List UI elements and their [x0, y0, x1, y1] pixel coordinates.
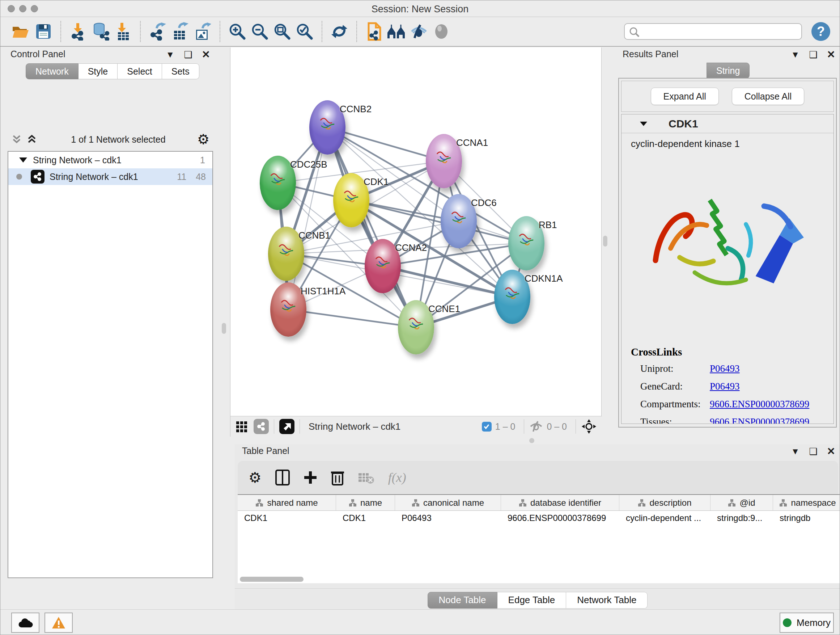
left-splitter-handle[interactable]: [222, 323, 226, 334]
cell-shared-name[interactable]: CDK1: [238, 513, 336, 523]
zoom-in-icon[interactable]: [226, 20, 248, 43]
tab-select[interactable]: Select: [118, 63, 162, 79]
column-header-name[interactable]: name: [336, 495, 395, 510]
column-header-description[interactable]: description: [619, 495, 711, 510]
network-collection-row[interactable]: String Network – cdk1 1: [8, 152, 212, 168]
crosslink-link[interactable]: 9606.ENSP00000378699: [710, 399, 809, 410]
tab-sets[interactable]: Sets: [162, 63, 199, 79]
zoom-selected-icon[interactable]: [294, 20, 316, 43]
open-file-network-icon[interactable]: [363, 20, 385, 43]
table-settings-gear-icon[interactable]: ⚙: [248, 469, 262, 486]
zoom-out-icon[interactable]: [248, 20, 271, 43]
expand-all-icon[interactable]: [27, 134, 36, 144]
float-panel-icon[interactable]: ❑: [184, 50, 192, 59]
add-column-icon[interactable]: [303, 470, 317, 485]
zoom-fit-icon[interactable]: [271, 20, 294, 43]
collapse-panel-icon[interactable]: ▼: [791, 447, 799, 456]
show-columns-icon[interactable]: [275, 470, 290, 486]
tab-edge-table[interactable]: Edge Table: [497, 592, 567, 608]
crosslink-link[interactable]: P06493: [710, 363, 740, 374]
column-header-id[interactable]: @id: [711, 495, 773, 510]
column-header-namespace[interactable]: namespace: [773, 495, 840, 510]
grid-mode-icon[interactable]: [235, 420, 248, 433]
warning-button[interactable]: [44, 613, 73, 633]
crosslink-label: Compartments:: [631, 399, 710, 410]
node-label-cdk1: CDK1: [363, 176, 388, 187]
column-header-canonical-name[interactable]: canonical name: [395, 495, 501, 510]
expand-all-button[interactable]: Expand All: [651, 88, 719, 105]
import-network-database-icon[interactable]: [89, 20, 112, 43]
float-panel-icon[interactable]: ❑: [809, 447, 817, 456]
gene-expander-icon[interactable]: [639, 120, 648, 127]
control-panel-title: Control Panel: [11, 49, 65, 59]
network-row[interactable]: String Network – cdk1 11 48: [8, 168, 212, 185]
cell-database-identifier[interactable]: 9606.ENSP00000378699: [501, 513, 619, 523]
table-row[interactable]: CDK1CDK1P064939606.ENSP00000378699cyclin…: [238, 511, 840, 525]
crosslink-link[interactable]: P06493: [710, 381, 740, 392]
collapse-panel-icon[interactable]: ▼: [791, 50, 799, 59]
toolbar-separator: [60, 21, 61, 42]
cell-id[interactable]: stringdb:9...: [711, 513, 773, 523]
close-panel-icon[interactable]: ✕: [202, 50, 210, 60]
network-options-gear-icon[interactable]: ⚙: [197, 131, 210, 147]
node-table: shared namenamecanonical namedatabase id…: [238, 494, 840, 583]
selected-node-edge-counts: 1 – 0: [495, 421, 515, 432]
tab-string[interactable]: String: [706, 63, 750, 79]
network-canvas[interactable]: CCNB2CCNA1CDC25BCDK1CDC6RB1CCNB1CCNA2CDK…: [231, 48, 602, 416]
gene-symbol: CDK1: [668, 118, 698, 130]
toolbar-separator: [322, 21, 322, 42]
export-network-icon[interactable]: [147, 20, 169, 43]
node-label-cdc25b: CDC25B: [290, 159, 327, 170]
collapse-panel-icon[interactable]: ▼: [166, 50, 174, 59]
cell-canonical-name[interactable]: P06493: [395, 513, 501, 523]
import-table-icon[interactable]: [112, 20, 134, 43]
network-view-mode-icon[interactable]: [254, 419, 269, 434]
toolbar-separator: [140, 21, 141, 42]
hidden-eye-icon[interactable]: [529, 421, 543, 432]
import-network-file-icon[interactable]: [67, 20, 89, 43]
show-all-eye-icon[interactable]: [430, 20, 453, 43]
selected-checkbox-icon[interactable]: [482, 422, 492, 432]
gene-card-header[interactable]: CDK1: [622, 114, 834, 133]
cell-description[interactable]: cyclin-dependent ...: [619, 513, 711, 523]
control-panel: Control Panel ▼ ❑ ✕ NetworkStyleSelectSe…: [5, 48, 215, 600]
table-horizontal-scrollbar[interactable]: [240, 577, 303, 582]
tab-network-table[interactable]: Network Table: [566, 592, 647, 608]
column-header-shared-name[interactable]: shared name: [238, 495, 336, 510]
export-table-icon[interactable]: [169, 20, 191, 43]
collapse-all-button[interactable]: Collapse All: [732, 88, 805, 105]
collection-expander-icon[interactable]: [19, 157, 27, 163]
collapse-all-icon[interactable]: [12, 134, 21, 144]
right-splitter-handle[interactable]: [603, 236, 607, 247]
window-title: Session: New Session: [0, 4, 840, 15]
refresh-layout-icon[interactable]: [328, 20, 351, 43]
export-image-icon[interactable]: [191, 20, 214, 43]
search-input[interactable]: [624, 23, 802, 40]
crosslink-link[interactable]: 9606.ENSP00000378699: [710, 416, 809, 424]
first-neighbors-icon[interactable]: [385, 20, 408, 43]
close-panel-icon[interactable]: ✕: [827, 50, 835, 60]
help-icon[interactable]: ?: [812, 22, 830, 41]
float-panel-icon[interactable]: ❑: [809, 50, 817, 59]
collection-label: String Network – cdk1: [33, 155, 122, 165]
bottom-splitter-handle[interactable]: [529, 438, 534, 443]
save-session-icon[interactable]: [32, 20, 55, 43]
tab-style[interactable]: Style: [79, 63, 118, 79]
cloud-button[interactable]: [11, 613, 39, 633]
node-label-hist1h1a: HIST1H1A: [301, 286, 346, 297]
birds-eye-view-icon[interactable]: [279, 419, 294, 434]
crosslink-label: GeneCard:: [631, 381, 710, 392]
node-label-cdkn1a: CDKN1A: [524, 273, 562, 284]
open-session-icon[interactable]: [10, 20, 32, 43]
results-panel-title: Results Panel: [622, 49, 678, 59]
cell-namespace[interactable]: stringdb: [773, 513, 840, 523]
pan-crosshair-icon[interactable]: [581, 418, 597, 434]
close-panel-icon[interactable]: ✕: [827, 447, 835, 456]
memory-button[interactable]: Memory: [780, 613, 834, 633]
tab-network[interactable]: Network: [26, 63, 79, 79]
cell-name[interactable]: CDK1: [336, 513, 395, 523]
delete-column-icon[interactable]: [331, 470, 344, 486]
hide-selected-eye-icon[interactable]: [408, 20, 430, 43]
column-header-database-identifier[interactable]: database identifier: [501, 495, 619, 510]
tab-node-table[interactable]: Node Table: [428, 592, 497, 608]
